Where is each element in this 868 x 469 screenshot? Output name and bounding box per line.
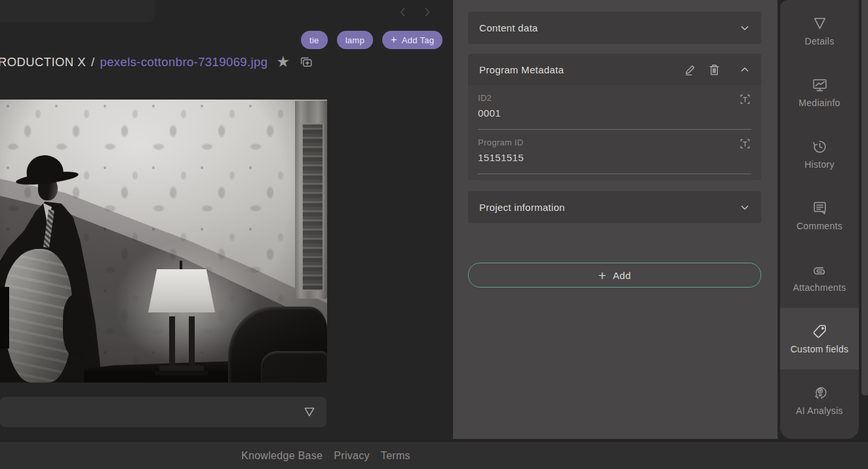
chevron-down-icon	[739, 202, 751, 214]
sidebar-item-label: Mediainfo	[799, 98, 840, 108]
favorite-star-icon[interactable]: ★	[276, 54, 290, 69]
sidebar-item-comments[interactable]: Comments	[780, 185, 859, 246]
section-label: Content data	[479, 22, 538, 33]
sidebar-item-attachments[interactable]: Attachments	[780, 246, 859, 308]
breadcrumb-folder[interactable]: RODUCTION X	[0, 55, 86, 69]
sidebar-item-label: Details	[805, 36, 835, 47]
chevron-down-icon	[739, 22, 751, 34]
text-field-type-icon	[739, 138, 751, 150]
plus-icon: +	[391, 34, 397, 46]
tag-chip[interactable]: tie	[301, 31, 328, 49]
text-field-type-icon	[739, 93, 751, 105]
vertical-scrollbar-thumb[interactable]	[861, 0, 868, 396]
metadata-field: ID2 0001	[478, 85, 751, 130]
field-value: 15151515	[478, 152, 751, 163]
details-nabla-icon	[812, 15, 828, 31]
breadcrumb-filename[interactable]: pexels-cottonbro-7319069.jpg	[100, 55, 267, 69]
group-program-metadata: Program Metadata ID2 0001	[468, 54, 761, 180]
metadata-field: Program ID 15151515	[478, 130, 751, 174]
group-title: Program Metadata	[479, 64, 684, 75]
add-button-label: Add	[613, 270, 631, 281]
sidebar-item-custom-fields[interactable]: Custom fields	[780, 308, 859, 369]
filter-funnel-icon[interactable]	[303, 405, 316, 419]
field-value: 0001	[478, 107, 751, 119]
media-viewer-pane: tie lamp + Add Tag RODUCTION X / pexels-…	[0, 0, 453, 469]
custom-fields-panel: Content data Program Metadata ID2 0001	[453, 0, 778, 439]
sidebar-item-label: History	[804, 159, 835, 170]
footer: Knowledge Base Privacy Terms	[0, 442, 868, 469]
history-clock-icon	[812, 138, 828, 155]
image-preview[interactable]	[0, 100, 327, 383]
section-content-data[interactable]: Content data	[468, 12, 761, 44]
tag-label: lamp	[345, 35, 365, 45]
footer-link-terms[interactable]: Terms	[381, 450, 410, 462]
copy-asset-icon[interactable]	[299, 55, 313, 69]
delete-trash-icon[interactable]	[707, 63, 721, 77]
tag-label: tie	[309, 35, 319, 45]
ai-head-icon	[812, 385, 828, 401]
sidebar-item-label: Custom fields	[791, 344, 849, 354]
add-tag-button[interactable]: + Add Tag	[382, 31, 443, 49]
sidebar-item-label: Attachments	[793, 282, 846, 293]
app-root: tie lamp + Add Tag RODUCTION X / pexels-…	[0, 0, 868, 469]
field-label: ID2	[478, 93, 751, 103]
timeline-filter-bar[interactable]	[0, 397, 326, 427]
photo-vignette	[0, 100, 327, 383]
tag-icon	[812, 323, 828, 339]
add-metadata-group-button[interactable]: + Add	[468, 263, 761, 288]
sidebar-item-mediainfo[interactable]: Mediainfo	[780, 62, 859, 123]
sidebar-item-label: AI Analysis	[796, 405, 843, 416]
plus-icon: +	[598, 269, 606, 282]
paperclip-icon	[812, 261, 828, 278]
section-label: Project information	[479, 202, 565, 213]
chevron-up-icon[interactable]	[739, 64, 751, 75]
asset-navigation	[396, 5, 434, 19]
sidebar-item-label: Comments	[797, 221, 842, 231]
section-project-information[interactable]: Project information	[468, 191, 761, 223]
breadcrumb: RODUCTION X / pexels-cottonbro-7319069.j…	[0, 54, 313, 69]
comment-bubble-icon	[812, 200, 828, 216]
field-label: Program ID	[478, 138, 751, 147]
sidebar-item-history[interactable]: History	[780, 123, 859, 185]
sidebar-item-ai-analysis[interactable]: AI Analysis	[780, 369, 859, 431]
next-asset-button[interactable]	[420, 5, 434, 19]
tags-row: tie lamp + Add Tag	[301, 31, 443, 49]
footer-link-privacy[interactable]: Privacy	[334, 450, 370, 462]
previous-asset-button[interactable]	[396, 5, 410, 19]
group-body: ID2 0001 Program ID 15151515	[468, 85, 761, 180]
footer-link-knowledge-base[interactable]: Knowledge Base	[241, 450, 323, 462]
monitor-chart-icon	[812, 77, 828, 93]
breadcrumb-separator: /	[91, 55, 95, 69]
asset-tools-sidebar: Details Mediainfo History	[780, 0, 859, 439]
clipped-panel-corner	[0, 0, 155, 22]
sidebar-item-details[interactable]: Details	[780, 0, 859, 62]
edit-pencil-icon[interactable]	[684, 63, 698, 77]
tag-chip[interactable]: lamp	[337, 31, 373, 49]
add-tag-label: Add Tag	[402, 35, 435, 45]
group-header[interactable]: Program Metadata	[468, 54, 761, 85]
